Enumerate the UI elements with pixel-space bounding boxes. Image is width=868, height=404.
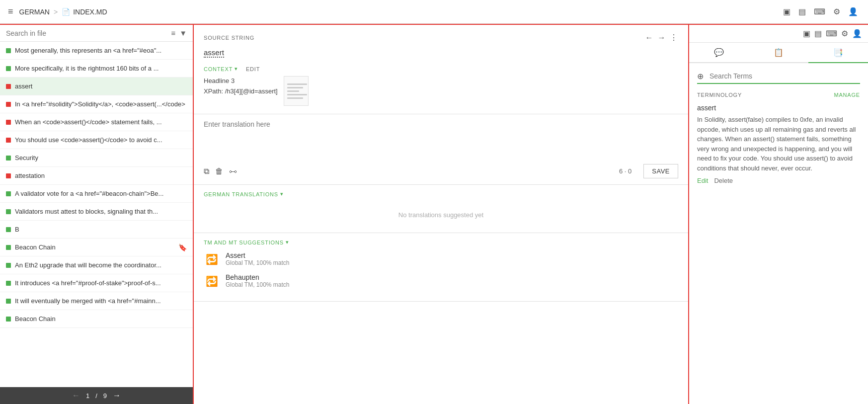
manage-button[interactable]: MANAGE — [834, 92, 860, 98]
bookmark-icon: 🔖 — [178, 243, 187, 251]
list-item[interactable]: It will eventually be merged with <a hre… — [0, 292, 193, 310]
status-dot — [6, 173, 11, 178]
status-dot — [6, 245, 11, 250]
tm-icon: 🔁 — [204, 273, 220, 289]
list-item[interactable]: B — [0, 221, 193, 239]
tab-glossary[interactable]: 📋 — [749, 43, 808, 63]
list-item[interactable]: In <a href="#solidity">Solidity</a>, <co… — [0, 95, 193, 113]
context-row: CONTEXT ▾ EDIT — [204, 66, 678, 72]
list-item-text: More specifically, it is the rightmost 1… — [15, 65, 187, 72]
next-string-button[interactable]: → — [657, 33, 666, 42]
middle-panel: SOURCE STRING ← → ⋮ assert CONTEXT ▾ EDI… — [194, 25, 689, 404]
middle-scroll: SOURCE STRING ← → ⋮ assert CONTEXT ▾ EDI… — [194, 25, 688, 404]
term-entry: assert In Solidity, assert(false) compil… — [697, 104, 860, 184]
list-view-icon[interactable]: ≡ — [171, 29, 175, 37]
left-panel: ≡ ▼ Most generally, this represents an <… — [0, 25, 194, 404]
status-dot — [6, 66, 11, 71]
german-translations-label[interactable]: GERMAN TRANSLATIONS ▾ — [204, 191, 678, 197]
character-counter: 6 · 0 — [619, 167, 631, 175]
list-item[interactable]: An Eth2 upgrade that will become the coo… — [0, 256, 193, 274]
list-item[interactable]: attestation — [0, 167, 193, 185]
next-page-button[interactable]: → — [113, 391, 121, 400]
list-item-text: Beacon Chain — [15, 243, 174, 251]
list-item[interactable]: A validator vote for a <a href="#beacon-… — [0, 185, 193, 203]
breadcrumb-file: 📄 INDEX.MD — [62, 8, 107, 16]
insert-tag-button[interactable]: ⧟ — [229, 167, 237, 176]
layout-icon-1[interactable]: ▣ — [781, 5, 792, 18]
menu-icon[interactable]: ≡ — [8, 6, 13, 17]
context-preview — [284, 76, 309, 106]
settings-icon[interactable]: ⚙ — [831, 5, 842, 18]
german-translations-chevron: ▾ — [280, 191, 284, 197]
tm-title: Assert — [226, 251, 290, 259]
german-translations-section: GERMAN TRANSLATIONS ▾ No translations su… — [194, 185, 688, 233]
source-text: assert — [204, 48, 224, 58]
keyboard-icon[interactable]: ⌨ — [812, 5, 827, 18]
status-dot — [6, 209, 11, 214]
term-actions: Edit Delete — [697, 177, 860, 184]
status-dot — [6, 156, 11, 161]
layout-toggle-2[interactable]: ▤ — [814, 29, 822, 38]
list-item[interactable]: Beacon Chain🔖 — [0, 239, 193, 256]
list-item-text: Security — [15, 154, 187, 162]
prev-page-button[interactable]: ← — [72, 391, 80, 400]
search-terms-input[interactable] — [708, 69, 860, 83]
preview-line-4 — [287, 94, 307, 95]
list-item[interactable]: It introduces <a href="#proof-of-stake">… — [0, 274, 193, 292]
copy-source-button[interactable]: ⧉ — [204, 167, 209, 176]
source-nav-arrows: ← → ⋮ — [645, 33, 678, 42]
list-item[interactable]: Beacon Chain — [0, 310, 193, 328]
tm-label[interactable]: TM AND MT SUGGESTIONS ▾ — [204, 239, 678, 245]
list-item[interactable]: assert — [0, 78, 193, 95]
edit-term-button[interactable]: Edit — [697, 177, 708, 184]
source-section: SOURCE STRING ← → ⋮ assert CONTEXT ▾ EDI… — [194, 25, 688, 114]
status-dot — [6, 317, 11, 322]
tm-item[interactable]: 🔁 Assert Global TM, 100% match — [204, 251, 678, 267]
status-dot — [6, 227, 11, 232]
pagination: ← 1 / 9 → — [0, 387, 193, 404]
layout-icon-2[interactable]: ▤ — [796, 5, 808, 18]
settings-right-icon[interactable]: ⚙ — [841, 29, 848, 38]
tm-content: Behaupten Global TM, 100% match — [226, 273, 290, 288]
right-panel-content: ⊕ TERMINOLOGY MANAGE assert In Solidity,… — [689, 63, 868, 404]
translation-section: ⧉ 🗑 ⧟ 6 · 0 SAVE — [194, 114, 688, 185]
list-item[interactable]: Validators must attest to blocks, signal… — [0, 203, 193, 221]
tm-content: Assert Global TM, 100% match — [226, 251, 290, 266]
tm-chevron-icon: ▾ — [286, 239, 289, 245]
delete-term-button[interactable]: Delete — [714, 177, 733, 184]
no-suggestions-text: No translations suggested yet — [204, 203, 678, 227]
user-right-icon[interactable]: 👤 — [852, 29, 862, 38]
add-term-icon[interactable]: ⊕ — [697, 72, 704, 81]
terminology-header: TERMINOLOGY MANAGE — [697, 92, 860, 98]
list-item-text: Most generally, this represents an <a hr… — [15, 47, 187, 54]
tab-comments[interactable]: 💬 — [689, 43, 749, 63]
tm-subtitle: Global TM, 100% match — [226, 259, 290, 266]
preview-line-3 — [287, 90, 299, 92]
list-item-text: Validators must attest to blocks, signal… — [15, 208, 187, 215]
tab-terminology[interactable]: 📑 — [808, 43, 868, 63]
tm-item[interactable]: 🔁 Behaupten Global TM, 100% match — [204, 273, 678, 289]
status-dot — [6, 191, 11, 196]
list-item[interactable]: More specifically, it is the rightmost 1… — [0, 60, 193, 78]
term-description: In Solidity, assert(false) compiles to 0… — [697, 115, 860, 173]
list-item[interactable]: You should use <code>assert()</code> to … — [0, 131, 193, 149]
filter-icon[interactable]: ▼ — [179, 29, 187, 37]
main-layout: ≡ ▼ Most generally, this represents an <… — [0, 24, 868, 404]
status-dot — [6, 84, 11, 89]
search-input[interactable] — [6, 29, 167, 37]
translation-input[interactable] — [204, 120, 678, 160]
list-item[interactable]: When an <code>assert()</code> statement … — [0, 113, 193, 131]
prev-string-button[interactable]: ← — [645, 33, 654, 42]
save-button[interactable]: SAVE — [643, 164, 678, 178]
right-top-bar: ▣ ▤ ⌨ ⚙ 👤 — [689, 25, 868, 43]
list-item-text: attestation — [15, 172, 187, 179]
user-icon[interactable]: 👤 — [846, 5, 860, 18]
keyboard-shortcut-icon[interactable]: ⌨ — [826, 29, 837, 38]
edit-label[interactable]: EDIT — [246, 66, 260, 72]
list-item-text: A validator vote for a <a href="#beacon-… — [15, 190, 187, 197]
clear-button[interactable]: 🗑 — [215, 167, 223, 176]
layout-toggle-1[interactable]: ▣ — [803, 29, 810, 38]
list-item[interactable]: Security — [0, 149, 193, 167]
more-options-button[interactable]: ⋮ — [670, 33, 678, 42]
list-item[interactable]: Most generally, this represents an <a hr… — [0, 42, 193, 60]
